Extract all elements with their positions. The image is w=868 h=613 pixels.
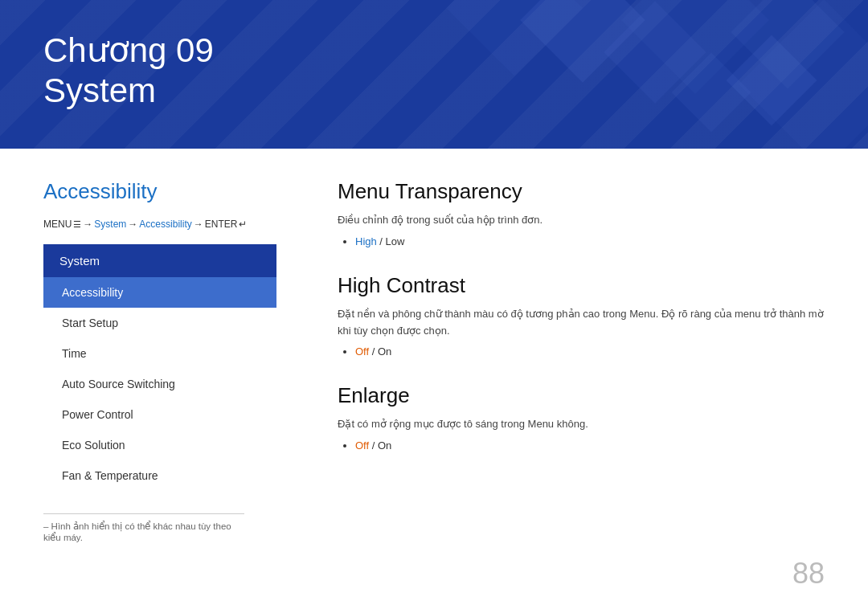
highlight-high: High xyxy=(355,235,377,247)
nav-menu-header: System xyxy=(43,244,276,277)
page-number: 88 xyxy=(792,557,825,591)
breadcrumb-menu-icon: ☰ xyxy=(73,219,81,230)
desc-high-contrast: Đặt nền và phông chữ thành màu có độ tươ… xyxy=(338,306,825,340)
nav-item-power-control[interactable]: Power Control xyxy=(43,399,276,430)
chapter-label: Chương 09 xyxy=(43,31,214,71)
geo-decoration xyxy=(386,0,868,149)
bullet-item-high-contrast: Off / On xyxy=(355,345,825,358)
bullet-high-contrast: Off / On xyxy=(338,345,825,358)
sep-2: / xyxy=(369,345,378,358)
breadcrumb-arrow3: → xyxy=(194,219,203,230)
breadcrumb-menu-label: MENU xyxy=(43,219,72,230)
nav-item-time[interactable]: Time xyxy=(43,338,276,369)
breadcrumb-arrow1: → xyxy=(83,219,92,230)
right-panel: Menu Transparency Điều chỉnh độ trong su… xyxy=(297,149,868,613)
highlight-off-1: Off xyxy=(355,345,369,358)
bullet-enlarge: Off / On xyxy=(338,439,825,452)
header-title: Chương 09 System xyxy=(43,31,214,112)
left-panel: Accessibility MENU ☰ → System → Accessib… xyxy=(0,149,297,613)
nav-item-fan-temp[interactable]: Fan & Temperature xyxy=(43,460,276,491)
main-content: Accessibility MENU ☰ → System → Accessib… xyxy=(0,149,868,613)
breadcrumb-enter: ENTER xyxy=(205,219,238,230)
heading-menu-transparency: Menu Transparency xyxy=(338,179,825,204)
normal-low: Low xyxy=(386,235,405,247)
breadcrumb-accessibility[interactable]: Accessibility xyxy=(139,219,191,230)
bullet-menu-transparency: High / Low xyxy=(338,235,825,247)
bullet-item-enlarge: Off / On xyxy=(355,439,825,452)
chapter-subtitle: System xyxy=(43,71,214,111)
sep-1: / xyxy=(377,235,386,247)
heading-high-contrast: High Contrast xyxy=(338,273,825,298)
nav-item-start-setup[interactable]: Start Setup xyxy=(43,308,276,338)
normal-on-2: On xyxy=(378,439,391,452)
bullet-item-menu-transparency: High / Low xyxy=(355,235,825,247)
desc-enlarge: Đặt có mở rộng mục được tô sáng trong Me… xyxy=(338,416,825,433)
breadcrumb-arrow2: → xyxy=(128,219,137,230)
breadcrumb-enter-icon: ↵ xyxy=(239,219,247,230)
normal-on-1: On xyxy=(378,345,391,358)
nav-item-eco-solution[interactable]: Eco Solution xyxy=(43,430,276,460)
nav-item-accessibility[interactable]: Accessibility xyxy=(43,277,276,308)
header-banner: Chương 09 System xyxy=(0,0,868,149)
sep-3: / xyxy=(369,439,378,452)
section-high-contrast: High Contrast Đặt nền và phông chữ thành… xyxy=(338,273,825,358)
breadcrumb-system[interactable]: System xyxy=(94,219,126,230)
section-enlarge: Enlarge Đặt có mở rộng mục được tô sáng … xyxy=(338,383,825,452)
footnote-text: – Hình ảnh hiển thị có thể khác nhau tùy… xyxy=(43,521,244,543)
heading-enlarge: Enlarge xyxy=(338,383,825,408)
breadcrumb: MENU ☰ → System → Accessibility → ENTER … xyxy=(43,219,273,230)
nav-item-auto-source[interactable]: Auto Source Switching xyxy=(43,369,276,399)
nav-menu: System Accessibility Start Setup Time Au… xyxy=(43,244,276,491)
desc-menu-transparency: Điều chỉnh độ trong suốt của hộp trình đ… xyxy=(338,212,825,229)
footnote-area: – Hình ảnh hiển thị có thể khác nhau tùy… xyxy=(43,513,244,543)
highlight-off-2: Off xyxy=(355,439,369,452)
section-title: Accessibility xyxy=(43,179,273,204)
section-menu-transparency: Menu Transparency Điều chỉnh độ trong su… xyxy=(338,179,825,247)
